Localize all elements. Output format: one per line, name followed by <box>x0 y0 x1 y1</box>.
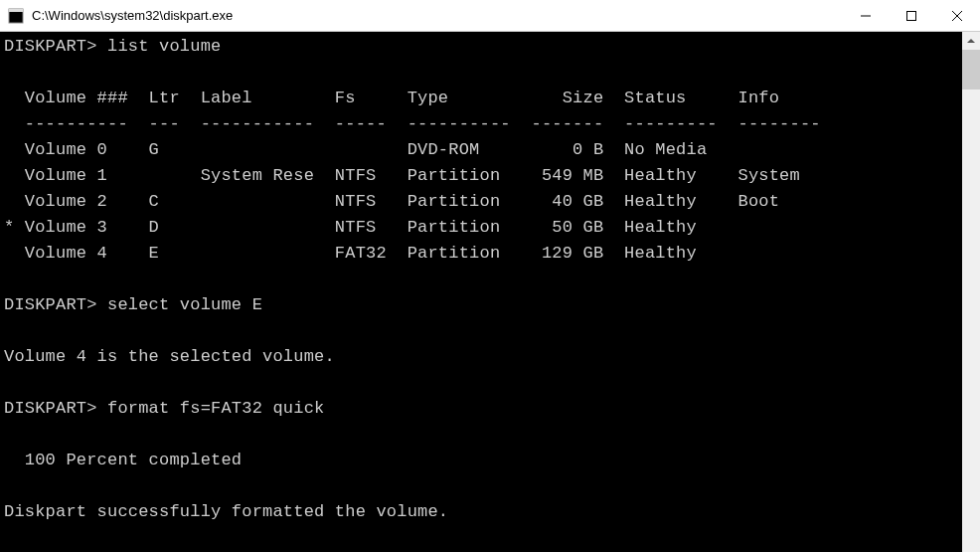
minimize-button[interactable] <box>843 0 889 31</box>
vertical-scrollbar[interactable] <box>962 32 980 552</box>
maximize-button[interactable] <box>889 0 934 31</box>
window-titlebar: C:\Windows\system32\diskpart.exe <box>0 0 980 32</box>
close-button[interactable] <box>934 0 980 31</box>
app-icon <box>8 8 24 24</box>
svg-rect-1 <box>9 9 23 12</box>
client-area: DISKPART> list volume Volume ### Ltr Lab… <box>0 32 980 552</box>
svg-rect-3 <box>907 11 916 20</box>
scroll-up-arrow[interactable] <box>962 32 980 50</box>
window-controls <box>843 0 980 31</box>
terminal-output[interactable]: DISKPART> list volume Volume ### Ltr Lab… <box>0 32 962 552</box>
window-title: C:\Windows\system32\diskpart.exe <box>32 8 843 23</box>
scroll-thumb[interactable] <box>962 50 980 90</box>
